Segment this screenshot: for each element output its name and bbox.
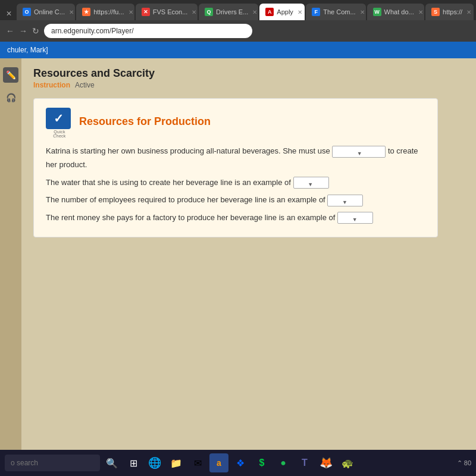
taskbar-search-input[interactable] (5, 455, 100, 471)
taskbar-right: ⌃ 80 (457, 459, 471, 467)
content-area: ✏️ 🎧 Resources and Scarcity Instruction … (0, 58, 476, 450)
q2-select[interactable]: ▼ (293, 177, 329, 189)
browser-window: ✕ O Online C... ✕ ★ https://fu... ✕ ✕ FV… (0, 0, 476, 476)
breadcrumb-instruction: Instruction (33, 81, 70, 89)
taskbar: 🔍 ⊞ 🌐 📁 ✉ a ❖ $ ● T 🦊 🐢 ⌃ 80 (0, 450, 476, 476)
tab-the-com[interactable]: F The Com... ✕ (306, 4, 365, 20)
tab-bar: ✕ O Online C... ✕ ★ https://fu... ✕ ✕ FV… (0, 0, 476, 20)
q3-text-part1: The number of employees required to prod… (46, 195, 325, 204)
page-content: Resources and Scarcity Instruction Activ… (21, 58, 476, 450)
tab-icon-1: O (23, 8, 31, 16)
window-close[interactable]: ✕ (2, 10, 15, 20)
tab-apply[interactable]: A Apply ✕ (259, 4, 305, 20)
question-4: The rent money she pays for a factory to… (46, 211, 425, 224)
q4-select[interactable]: ▼ (337, 212, 373, 224)
forward-button[interactable]: → (19, 26, 27, 36)
pencil-icon[interactable]: ✏️ (3, 67, 18, 83)
taskbar-widgets-icon[interactable]: ⊞ (124, 453, 143, 472)
taskbar-search-icon[interactable]: 🔍 (102, 453, 121, 472)
tab-online-c[interactable]: O Online C... ✕ (17, 4, 75, 20)
tab-icon-2: ★ (82, 8, 90, 16)
quick-check-icon-wrap: ✓ QuickCheck (46, 108, 73, 135)
tab-icon-5: A (265, 8, 274, 16)
q1-select[interactable]: ▼ (332, 146, 386, 158)
q2-text-part1: The water that she is using to create he… (46, 178, 291, 187)
tab-https-fu[interactable]: ★ https://fu... ✕ (76, 4, 134, 20)
activity-card: ✓ QuickCheck Resources for Production Ka… (33, 98, 438, 237)
card-title: Resources for Production (79, 115, 211, 128)
breadcrumb-active: Active (75, 81, 95, 89)
tab-https[interactable]: S https:// ✕ (425, 4, 474, 20)
tab-icon-6: F (312, 8, 320, 16)
taskbar-folder-icon[interactable]: 📁 (167, 453, 186, 472)
taskbar-time: ⌃ 80 (457, 459, 471, 467)
taskbar-icon-10[interactable]: 🐢 (338, 453, 357, 472)
tab-drivers-e[interactable]: Q Drivers E... ✕ (199, 4, 258, 20)
taskbar-spotify-icon[interactable]: ● (274, 453, 293, 472)
quick-check-box: ✓ (46, 108, 71, 129)
breadcrumb: Instruction Active (33, 81, 464, 89)
tab-icon-8: S (431, 8, 440, 16)
page-title: Resources and Scarcity (33, 67, 464, 80)
sidebar: ✏️ 🎧 (0, 58, 21, 450)
taskbar-amazon-icon[interactable]: a (209, 453, 228, 472)
questions-container: Katrina is starting her own business pro… (46, 144, 425, 224)
tab-icon-7: W (373, 8, 381, 16)
card-header: ✓ QuickCheck Resources for Production (46, 108, 425, 135)
back-button[interactable]: ← (6, 26, 14, 36)
q4-text-part1: The rent money she pays for a factory to… (46, 213, 335, 222)
taskbar-dollar-icon[interactable]: $ (252, 453, 271, 472)
headphone-icon[interactable]: 🎧 (3, 90, 18, 105)
user-banner: chuler, Mark] (0, 42, 476, 58)
address-input[interactable] (44, 24, 252, 38)
taskbar-browser-icon[interactable]: 🌐 (145, 453, 164, 472)
quick-check-label: QuickCheck (46, 130, 73, 138)
refresh-button[interactable]: ↻ (32, 26, 39, 36)
question-1: Katrina is starting her own business pro… (46, 144, 425, 172)
tab-icon-4: Q (205, 8, 213, 16)
tab-what-do[interactable]: W What do... ✕ (367, 4, 424, 20)
tab-fvs-econ[interactable]: ✕ FVS Econ... ✕ (136, 4, 198, 20)
q3-select[interactable]: ▼ (327, 195, 363, 206)
taskbar-teams-icon[interactable]: T (295, 453, 314, 472)
taskbar-dropbox-icon[interactable]: ❖ (231, 453, 250, 472)
taskbar-mail-icon[interactable]: ✉ (188, 453, 207, 472)
question-2: The water that she is using to create he… (46, 176, 425, 189)
tab-icon-3: ✕ (142, 8, 150, 16)
question-3: The number of employees required to prod… (46, 193, 425, 206)
check-icon: ✓ (54, 112, 64, 124)
q1-text-part1: Katrina is starting her own business pro… (46, 146, 330, 155)
taskbar-icon-9[interactable]: 🦊 (317, 453, 336, 472)
address-bar: ← → ↻ (0, 20, 476, 42)
